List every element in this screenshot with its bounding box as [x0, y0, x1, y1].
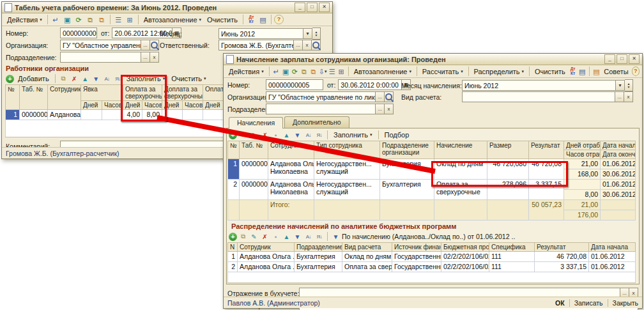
calc-kind-cell[interactable]: Оплата за сверхур... [342, 262, 392, 272]
move-down-icon[interactable]: ▼ [293, 232, 302, 241]
preview-icon[interactable]: ▣ [281, 66, 290, 77]
search-icon[interactable] [312, 40, 321, 50]
department-cell[interactable]: Бухгалтерия [380, 159, 434, 180]
add-row-icon[interactable]: + [229, 233, 237, 241]
export-icon[interactable]: ⇩▾ [318, 66, 327, 77]
result-cell[interactable]: 46 720,08 [535, 252, 589, 262]
copy-row-icon[interactable]: ⧉ [238, 232, 248, 241]
tab-number-cell[interactable]: 0000000.. [20, 110, 48, 120]
department-cell[interactable]: Бухгалтерия [295, 252, 342, 262]
ok-button[interactable]: ОК [555, 299, 565, 307]
maximize-button[interactable]: □ [307, 3, 318, 12]
sort-desc-icon[interactable]: Я↓ [314, 232, 324, 241]
close-window-button[interactable]: Закрыть [613, 299, 638, 307]
window-titlebar[interactable]: Начисление зарплаты сотрудникам организа… [224, 54, 642, 65]
employee-type-cell[interactable]: Негосударствен...служащий [314, 159, 380, 180]
post-document-icon[interactable]: ↵ [50, 15, 61, 25]
month-spinner[interactable]: ▲▼ [312, 27, 321, 40]
calculate-button[interactable]: Рассчитать▾ [420, 67, 466, 76]
attendance-days-cell[interactable] [81, 110, 102, 120]
row-number-cell[interactable]: 1 [228, 159, 240, 180]
date-end-cell[interactable]: 30.06.2012 [601, 169, 636, 180]
days-worked-cell[interactable]: 21,00 [564, 159, 601, 169]
help-icon[interactable]: ? [274, 15, 284, 24]
choose-button[interactable]: ... [141, 40, 150, 50]
table-empty-area[interactable] [228, 272, 636, 283]
month-field[interactable]: Июнь 2012 [218, 28, 303, 39]
hours-worked-cell[interactable]: 168,00 [564, 169, 601, 180]
refresh-icon[interactable]: ⟳ [291, 66, 300, 77]
clear-field-button[interactable]: x [385, 104, 394, 114]
edit-row-icon[interactable]: ✎ [249, 232, 259, 241]
close-button[interactable]: ✕ [319, 3, 330, 12]
month-spinner[interactable]: ▲▼ [625, 79, 633, 91]
filter-icon[interactable]: ▼ [331, 232, 341, 241]
employee-cell[interactable]: Алданова Ол.. [48, 110, 81, 120]
actions-menu-button[interactable]: Действия▾ [226, 67, 266, 76]
date-start-cell[interactable]: 01.06.2012 [601, 159, 636, 169]
budget-program-cell[interactable]: 02/2/202/106/022 [441, 262, 489, 272]
help-icon[interactable]: ? [632, 66, 640, 76]
department-field[interactable] [266, 104, 376, 114]
add-row-icon[interactable]: + [229, 131, 237, 139]
journal-icon[interactable]: ▤ [257, 15, 268, 25]
finance-source-cell[interactable]: Государственный.. [392, 252, 441, 262]
date-end-cell[interactable]: 30.06.2012 [601, 190, 636, 200]
date-start-cell[interactable]: 01.06.2012 [589, 262, 636, 272]
copy-icon[interactable]: ⧉ [300, 66, 309, 77]
number-field[interactable]: 00000000005 [266, 79, 323, 90]
structure-icon[interactable]: ⊞ [125, 15, 135, 25]
list-settings-icon[interactable]: ☰ [328, 66, 337, 77]
number-field[interactable]: 00000000004 [60, 27, 97, 38]
organization-field[interactable]: ГУ "Областное управление по ликв [60, 40, 141, 50]
clear-field-button[interactable]: x [624, 91, 633, 102]
tab-additional[interactable]: Дополнительно [284, 116, 349, 128]
employee-type-cell[interactable]: Негосударствен...служащий [314, 180, 380, 200]
debit-credit-icon[interactable]: ДтКт [246, 15, 257, 25]
clear-field-button[interactable]: x [303, 40, 312, 50]
tab-number-cell[interactable]: 0000000003 [240, 159, 268, 180]
maximize-button[interactable]: □ [617, 54, 627, 64]
refresh-icon[interactable]: ⟳ [73, 15, 84, 25]
month-dropdown-icon[interactable]: ▾ [616, 80, 625, 91]
choose-button[interactable]: ... [141, 52, 150, 63]
copy-row-icon[interactable]: ⧉ [238, 130, 248, 139]
post-document-icon[interactable]: ↵ [272, 66, 281, 77]
add-row-icon[interactable]: + [6, 75, 14, 83]
add-row-button[interactable]: Добавить [15, 74, 52, 83]
move-down-icon[interactable]: ▼ [293, 130, 302, 139]
calc-kind-field[interactable] [462, 91, 615, 102]
sort-desc-icon[interactable]: Я↓ [314, 130, 324, 139]
date-field[interactable]: 30.06.2012 0:00:00 [338, 79, 402, 90]
copy-new-icon[interactable]: ⧉ [96, 15, 107, 25]
row-number-cell[interactable]: 2 [228, 262, 238, 272]
responsible-field[interactable]: Громова Ж.Б. (Бухгалтер-расчетч [218, 40, 294, 50]
department-field[interactable] [60, 52, 141, 63]
copy-icon[interactable]: ⧉ [85, 15, 96, 25]
delete-row-icon[interactable]: ✗ [70, 74, 79, 83]
row-number-cell[interactable]: 1 [228, 252, 238, 262]
copy-new-icon[interactable]: ⧉ [309, 66, 318, 77]
specifics-cell[interactable]: 111 [489, 262, 535, 272]
attendance-hours-cell[interactable] [102, 110, 123, 120]
fill-button[interactable]: Заполнить▾ [331, 130, 375, 139]
choose-button[interactable]: ... [376, 104, 385, 114]
minimize-button[interactable]: _ [604, 54, 615, 64]
tab-number-cell[interactable]: 0000000003 [240, 180, 268, 200]
result-cell[interactable]: 3 337,15 [535, 262, 589, 272]
preview-icon[interactable]: ▣ [62, 15, 73, 25]
department-cell[interactable]: Бухгалтерия [380, 180, 434, 200]
clear-button[interactable]: Очистить [204, 15, 240, 24]
employee-cell[interactable]: Алданова ОльгаНиколаевна [268, 180, 314, 200]
choose-button[interactable]: ... [294, 40, 303, 50]
search-icon[interactable] [385, 91, 394, 102]
days-worked-cell[interactable] [564, 180, 601, 190]
delete-row-icon[interactable]: ✗ [260, 232, 270, 241]
extra-hours-cell[interactable] [183, 110, 203, 120]
journal-icon[interactable]: ▤ [578, 66, 586, 77]
date-start-cell[interactable]: 01.06.2012 [601, 180, 636, 190]
sort-asc-icon[interactable]: А↓ [303, 130, 313, 139]
distribute-button[interactable]: Распределить▾ [471, 67, 527, 76]
sort-asc-icon[interactable]: А↓ [102, 74, 112, 83]
month-dropdown-icon[interactable]: ▾ [303, 28, 312, 39]
